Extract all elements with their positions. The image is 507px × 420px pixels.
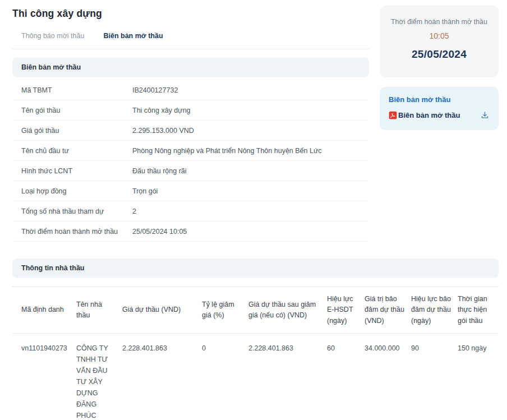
- opening-date-value: 25/05/2024: [385, 48, 493, 61]
- field-label: Giá gói thầu: [21, 127, 132, 135]
- col-header-ehsdt-validity: Hiệu lực E-HSDT (ngày): [327, 287, 365, 334]
- cell-contractor-name: CÔNG TY TNHH TƯ VẤN ĐẦU TƯ XÂY DỰNG ĐĂNG…: [76, 334, 122, 420]
- detail-row-investor-name: Tên chủ đầu tư Phòng Nông nghiệp và Phát…: [12, 141, 369, 161]
- field-label: Mã TBMT: [21, 86, 132, 94]
- section-header-bid-opening-record: Biên bản mở thầu: [12, 58, 369, 77]
- record-details: Mã TBMT IB2400127732 Tên gói thầu Thi cô…: [12, 80, 369, 242]
- field-value: 2: [132, 207, 360, 215]
- field-value: Phòng Nông nghiệp và Phát triển Nông Thô…: [132, 147, 360, 155]
- bid-record-file-label: Biên bản mở thầu: [398, 111, 460, 119]
- col-header-bid-price-after-discount: Giá dự thầu sau giảm giá (nếu có) (VND): [248, 287, 327, 334]
- detail-row-package-price: Giá gói thầu 2.295.153.000 VND: [12, 121, 369, 141]
- page-title: Thi công xây dựng: [12, 8, 369, 20]
- field-value: 25/05/2024 10:05: [132, 228, 360, 236]
- detail-row-contract-type: Loại hợp đồng Trọn gói: [12, 181, 369, 201]
- tab-bid-opening-record[interactable]: Biên bản mở thầu: [103, 32, 163, 49]
- col-header-identifier: Mã định danh: [12, 287, 76, 334]
- cell-bid-price-after-discount: 2.228.401.863: [248, 334, 327, 420]
- detail-row-package-name: Tên gói thầu Thi công xây dựng: [12, 100, 369, 121]
- detail-row-selection-form: Hình thức LCNT Đấu thầu rộng rãi: [12, 161, 369, 181]
- field-label: Tên gói thầu: [21, 107, 132, 114]
- cell-bid-price: 2.228.401.863: [122, 334, 202, 420]
- field-label: Loại hợp đồng: [21, 187, 132, 195]
- tab-bar: Thông báo mời thầu Biên bản mở thầu: [12, 32, 369, 49]
- opening-time-card-title: Thời điểm hoàn thành mở thầu: [385, 18, 493, 26]
- col-header-bid-price: Giá dự thầu (VND): [122, 287, 202, 334]
- tab-invitation-notice[interactable]: Thông báo mời thầu: [21, 32, 84, 49]
- cell-discount-rate: 0: [202, 334, 248, 420]
- field-value: 2.295.153.000 VND: [132, 127, 360, 135]
- detail-row-opening-completion-time: Thời điểm hoàn thành mở thầu 25/05/2024 …: [12, 221, 369, 242]
- col-header-execution-duration: Thời gian thực hiện gói thầu: [458, 287, 499, 334]
- field-value: Trọn gói: [132, 187, 360, 195]
- cell-bid-security-validity: 90: [411, 334, 458, 420]
- col-header-bid-security-value: Giá trị bảo đảm dự thầu (VND): [365, 287, 411, 334]
- cell-ehsdt-validity: 60: [327, 334, 365, 420]
- field-value: Thi công xây dựng: [132, 107, 360, 114]
- document-card-title: Biên bản mở thầu: [389, 95, 490, 104]
- opening-time-value: 10:05: [385, 31, 493, 40]
- contractor-table: Mã định danh Tên nhà thầu Giá dự thầu (V…: [12, 287, 499, 420]
- contractor-table-header-row: Mã định danh Tên nhà thầu Giá dự thầu (V…: [12, 287, 499, 334]
- bid-record-page: Thi công xây dựng Thông báo mời thầu Biê…: [0, 0, 507, 420]
- cell-execution-duration: 150 ngày: [458, 334, 499, 420]
- download-icon[interactable]: [480, 110, 490, 120]
- table-row: vn1101940273 CÔNG TY TNHH TƯ VẤN ĐẦU TƯ …: [12, 334, 499, 420]
- detail-row-tbmt-code: Mã TBMT IB2400127732: [12, 80, 369, 100]
- opening-time-card: Thời điểm hoàn thành mở thầu 10:05 25/05…: [380, 6, 499, 77]
- contractor-info-section: Thông tin nhà thầu Mã định danh Tên nhà …: [12, 259, 499, 420]
- col-header-contractor-name: Tên nhà thầu: [76, 287, 122, 334]
- field-label: Tên chủ đầu tư: [21, 147, 132, 155]
- detail-row-contractor-count: Tổng số nhà thầu tham dự 2: [12, 201, 369, 221]
- col-header-bid-security-validity: Hiệu lực bảo đảm dự thầu (ngày): [411, 287, 458, 334]
- cell-bid-security-value: 34.000.000: [365, 334, 411, 420]
- field-value: Đấu thầu rộng rãi: [132, 167, 360, 175]
- field-label: Hình thức LCNT: [21, 167, 132, 175]
- bid-record-document-card: Biên bản mở thầu Biên bản mở thầu: [380, 87, 499, 130]
- bid-record-file-link[interactable]: Biên bản mở thầu: [389, 111, 460, 119]
- section-header-contractor-info: Thông tin nhà thầu: [12, 259, 499, 278]
- col-header-discount-rate: Tỷ lệ giảm giá (%): [202, 287, 248, 334]
- field-value: IB2400127732: [132, 86, 360, 94]
- field-label: Thời điểm hoàn thành mở thầu: [21, 228, 132, 236]
- field-label: Tổng số nhà thầu tham dự: [21, 207, 132, 215]
- pdf-icon: [389, 111, 397, 119]
- cell-identifier: vn1101940273: [12, 334, 76, 420]
